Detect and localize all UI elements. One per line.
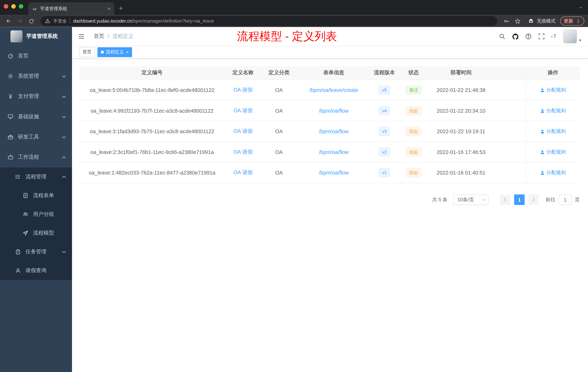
cell-category: OA — [261, 163, 297, 183]
definition-name-link[interactable]: OA 请假 — [233, 87, 253, 93]
sidebar-item-user-group[interactable]: 用户分组 — [0, 205, 72, 224]
version-tag: v3 — [378, 127, 390, 136]
cell-definition-id: oa_leave:1:482ec033-762a-11ec-8477-a2380… — [79, 163, 225, 183]
breadcrumb: 首页 / 流程定义 — [94, 33, 134, 40]
sidebar-item-infrastructure[interactable]: 基础设施 — [0, 107, 72, 127]
avatar[interactable] — [563, 29, 577, 44]
chevron-down-icon — [62, 115, 66, 118]
assign-rule-link[interactable]: 分配规则 — [540, 169, 566, 176]
version-tag: v5 — [378, 86, 390, 95]
chevron-left-icon — [504, 197, 507, 202]
password-key-icon[interactable] — [502, 16, 512, 26]
assign-rule-link[interactable]: 分配规则 — [540, 87, 566, 93]
prev-page-button[interactable] — [500, 194, 510, 205]
sidebar-item-home[interactable]: 首页 — [0, 46, 72, 66]
form-info-link[interactable]: /bpm/oa/flow — [319, 170, 349, 176]
sidebar-item-leave-query[interactable]: 请假查询 — [0, 261, 72, 280]
chevron-down-icon — [62, 251, 66, 253]
user-menu[interactable]: ▾ — [563, 29, 581, 44]
font-size-icon[interactable]: TT — [551, 33, 558, 40]
cell-category: OA — [261, 121, 297, 142]
sidebar-item-system[interactable]: 系统管理 — [0, 66, 72, 86]
hamburger-button[interactable] — [72, 27, 91, 46]
sidebar-item-workflow[interactable]: 工作流程 — [0, 147, 72, 167]
sidebar-item-process-form[interactable]: 流程表单 — [0, 186, 72, 205]
tab-close-icon[interactable]: × — [108, 6, 111, 11]
browser-menu-kebab-icon[interactable]: ⋮ — [576, 18, 580, 24]
form-info-link[interactable]: /bpm/oa/flow — [319, 108, 349, 114]
table-row: oa_leave:2:3c1f0ef1-76b1-11ec-9c66-a2380… — [79, 142, 580, 163]
fullscreen-icon[interactable] — [538, 33, 546, 40]
version-tag: v2 — [378, 148, 390, 157]
definition-name-link[interactable]: OA 请假 — [233, 107, 253, 114]
sidebar-item-payment[interactable]: 支付管理 — [0, 86, 72, 107]
new-tab-button[interactable]: + — [119, 4, 123, 12]
clipboard-icon — [15, 249, 21, 255]
sidebar-item-process-model[interactable]: 流程模型 — [0, 224, 72, 242]
sidebar: 芋道管理系统 首页 系统管理 支付管理 基础设施 — [0, 27, 72, 372]
assign-rule-link[interactable]: 分配规则 — [540, 149, 566, 155]
github-icon[interactable] — [512, 33, 519, 40]
users-icon — [22, 211, 29, 217]
page-size-select[interactable]: 10条/页 — [453, 194, 489, 205]
current-page-button[interactable]: 1 — [514, 194, 525, 205]
omnibox-divider — [70, 18, 70, 24]
workflow-submenu: 流程管理 流程表单 用户分组 流程模型 任务管理 — [0, 167, 72, 280]
definition-name-link[interactable]: OA 请假 — [233, 149, 253, 155]
next-page-button[interactable] — [528, 194, 539, 205]
annotation-text: 流程模型 - 定义列表 — [237, 29, 337, 44]
security-label[interactable]: 不安全 — [53, 18, 67, 24]
browser-tab[interactable]: 芋道管理系统 × — [28, 2, 114, 15]
monitor-icon — [8, 114, 13, 120]
back-button[interactable] — [4, 16, 14, 26]
col-deploy-time: 部署时间 — [429, 66, 493, 79]
search-icon[interactable] — [499, 33, 506, 40]
warning-icon — [45, 18, 50, 24]
form-info-link[interactable]: /bpm/oa/flow — [319, 149, 349, 155]
url-path: /bpm/manager/definition?key=oa_leave — [132, 18, 214, 24]
breadcrumb-home[interactable]: 首页 — [94, 33, 104, 40]
definition-name-link[interactable]: OA 请假 — [233, 128, 253, 135]
sidebar-item-task-management[interactable]: 任务管理 — [0, 242, 72, 261]
cell-filler — [493, 163, 526, 183]
sidebar-item-process-management[interactable]: 流程管理 — [0, 167, 72, 186]
cell-filler — [493, 80, 526, 100]
window-zoom-button[interactable] — [19, 4, 23, 9]
col-definition-name: 定义名称 — [225, 66, 261, 79]
pagination-total: 共 5 条 — [432, 196, 447, 203]
screen: 芋道管理系统 × + ⌄ 不安全 dashboard.yudao.iocoder… — [0, 0, 588, 372]
form-info-link[interactable]: /bpm/oa/flow — [319, 128, 349, 134]
reload-button[interactable] — [26, 16, 36, 26]
bookmark-star-icon[interactable] — [513, 16, 523, 26]
definition-name-link[interactable]: OA 请假 — [233, 169, 253, 176]
assign-rule-link[interactable]: 分配规则 — [540, 128, 566, 135]
tab-title: 芋道管理系统 — [40, 5, 105, 12]
tag-close-icon[interactable]: × — [126, 49, 128, 55]
sidebar-item-devtools[interactable]: 研发工具 — [0, 127, 72, 147]
person-icon — [540, 88, 545, 93]
col-status: 状态 — [398, 66, 429, 79]
help-icon[interactable] — [525, 33, 532, 40]
gear-icon — [8, 73, 13, 79]
sidebar-logo[interactable]: 芋道管理系统 — [0, 27, 72, 46]
tag-home[interactable]: 首页 — [79, 47, 95, 57]
window-close-button[interactable] — [4, 4, 8, 9]
assign-rule-link[interactable]: 分配规则 — [540, 107, 566, 114]
svg-text:T: T — [554, 34, 557, 39]
address-bar[interactable]: 不安全 dashboard.yudao.iocoder.cn/bpm/manag… — [41, 16, 497, 26]
table-header-row: 定义编号 定义名称 定义分类 表单信息 流程版本 状态 部署时间 操作 — [79, 66, 580, 80]
update-button[interactable]: 更新 ⋮ — [560, 17, 584, 26]
col-form-info: 表单信息 — [297, 66, 370, 79]
chevron-down-icon: ▾ — [579, 38, 581, 44]
cell-filler — [493, 101, 526, 121]
form-info-link[interactable]: /bpm/oa/leave/create — [309, 87, 358, 93]
goto-page-input[interactable] — [559, 194, 571, 205]
status-badge: 挂起 — [406, 148, 422, 157]
chevron-up-icon — [62, 175, 66, 178]
window-minimize-button[interactable] — [11, 4, 16, 9]
yen-icon — [8, 94, 13, 99]
tab-search-icon[interactable]: ⌄ — [579, 4, 583, 10]
tag-process-definition[interactable]: 流程定义 × — [97, 47, 132, 57]
forward-button[interactable] — [15, 16, 25, 26]
navbar-actions: TT — [499, 33, 558, 40]
